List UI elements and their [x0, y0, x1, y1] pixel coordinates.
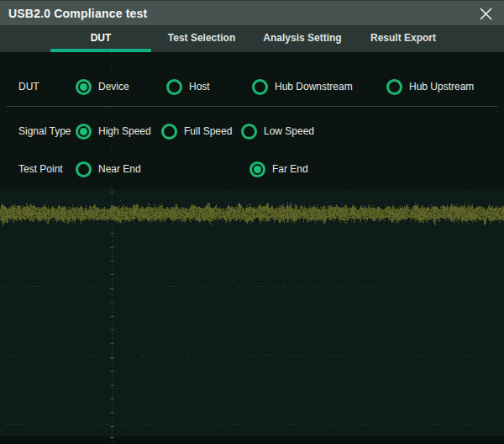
tab-dut[interactable]: DUT: [50, 25, 151, 52]
tab-bar: DUTTest SelectionAnalysis SettingResult …: [0, 25, 504, 52]
radio-near-end[interactable]: [76, 161, 92, 177]
radio-label-low-speed: Low Speed: [264, 125, 314, 137]
radio-high-speed-selected[interactable]: [76, 124, 92, 140]
radio-label-hub-upstream: Hub Upstream: [409, 81, 474, 92]
titlebar: USB2.0 Compliance test: [0, 0, 504, 25]
radio-low-speed[interactable]: [241, 124, 257, 140]
form-row-dut: DUTDeviceHostHub DownstreamHub Upstream: [0, 75, 504, 98]
close-button[interactable]: [474, 3, 497, 24]
radio-full-speed[interactable]: [161, 124, 177, 140]
radio-option-full-speed[interactable]: Full Speed: [161, 119, 232, 143]
row-label-signal-type: Signal Type: [18, 119, 71, 143]
row-divider: [7, 106, 497, 107]
radio-option-hub-upstream[interactable]: Hub Upstream: [386, 75, 474, 98]
form-row-test-point: Test PointNear EndFar End: [0, 157, 504, 181]
radio-label-host: Host: [189, 81, 210, 92]
radio-hub-upstream[interactable]: [386, 79, 402, 95]
radio-device-selected[interactable]: [76, 79, 92, 95]
radio-label-near-end: Near End: [98, 163, 141, 175]
radio-far-end-selected[interactable]: [249, 161, 265, 177]
radio-label-hub-downstream: Hub Downstream: [275, 81, 353, 92]
tab-analysis-setting[interactable]: Analysis Setting: [252, 25, 353, 52]
waveform-canvas: [0, 189, 504, 444]
close-icon: [479, 7, 493, 21]
dialog-title: USB2.0 Compliance test: [8, 7, 147, 20]
radio-host[interactable]: [166, 79, 182, 95]
radio-option-far-end[interactable]: Far End: [249, 157, 308, 181]
row-label-dut: DUT: [18, 75, 39, 98]
radio-label-high-speed: High Speed: [98, 125, 151, 137]
radio-option-hub-downstream[interactable]: Hub Downstream: [252, 75, 353, 98]
radio-option-host[interactable]: Host: [166, 75, 210, 98]
radio-option-high-speed[interactable]: High Speed: [76, 119, 151, 143]
scope-display: [0, 189, 504, 444]
tab-result-export[interactable]: Result Export: [353, 25, 454, 52]
radio-label-device: Device: [98, 81, 129, 92]
usb-compliance-dialog: USB2.0 Compliance test DUTTest Selection…: [0, 0, 504, 444]
radio-label-far-end: Far End: [272, 163, 308, 175]
row-label-test-point: Test Point: [18, 157, 63, 181]
radio-label-full-speed: Full Speed: [184, 125, 232, 137]
radio-option-low-speed[interactable]: Low Speed: [241, 119, 314, 143]
radio-option-near-end[interactable]: Near End: [76, 157, 141, 181]
dialog-content: DUTDeviceHostHub DownstreamHub UpstreamS…: [0, 52, 504, 189]
form-row-signal-type: Signal TypeHigh SpeedFull SpeedLow Speed: [0, 119, 504, 143]
radio-option-device[interactable]: Device: [76, 75, 129, 98]
tab-test-selection[interactable]: Test Selection: [151, 25, 252, 52]
radio-hub-downstream[interactable]: [252, 79, 268, 95]
